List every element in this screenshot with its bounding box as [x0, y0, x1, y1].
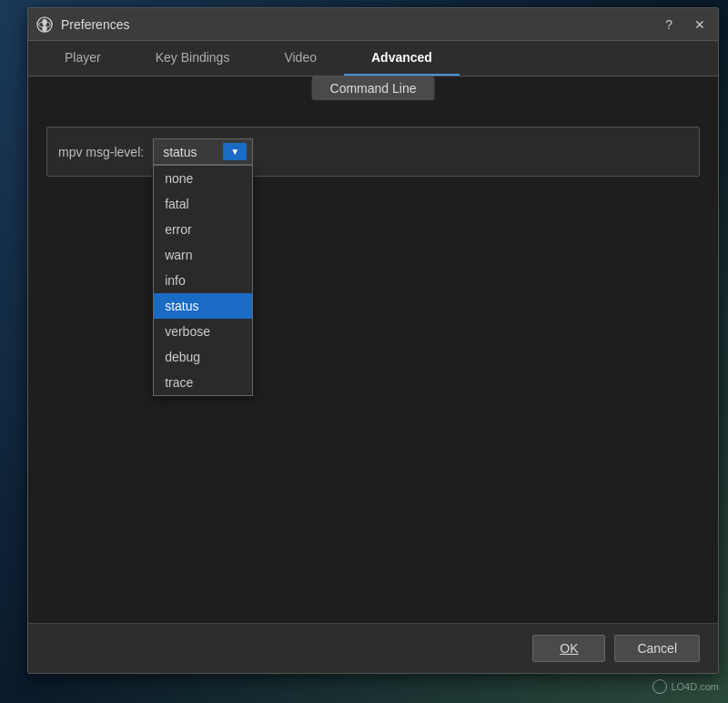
dropdown-arrow-icon: ▼	[223, 143, 247, 160]
watermark: LO4D.com	[652, 679, 719, 694]
dropdown-item-warn[interactable]: warn	[154, 242, 252, 268]
dropdown-item-trace[interactable]: trace	[154, 370, 252, 395]
dropdown-item-fatal[interactable]: fatal	[154, 191, 252, 217]
dialog-title: Preferences	[61, 17, 660, 32]
dropdown-selected-value: status	[163, 145, 217, 159]
cancel-button[interactable]: Cancel	[614, 635, 700, 662]
dropdown-item-status[interactable]: status	[154, 293, 252, 319]
msg-level-label: mpv msg-level:	[58, 145, 144, 159]
dialog-footer: OK Cancel	[28, 623, 718, 673]
tab-advanced[interactable]: Advanced	[344, 41, 460, 76]
tab-video[interactable]: Video	[257, 41, 344, 76]
content-area: Command Line mpv msg-level: status ▼ non…	[28, 76, 718, 623]
globe-icon	[652, 679, 667, 694]
app-icon	[35, 15, 54, 34]
command-line-subtab[interactable]: Command Line	[312, 76, 435, 100]
dropdown-item-debug[interactable]: debug	[154, 344, 252, 370]
msg-level-dropdown[interactable]: status ▼ none fatal error	[153, 138, 253, 165]
ok-button[interactable]: OK	[532, 635, 605, 662]
tab-player[interactable]: Player	[37, 41, 128, 76]
help-button[interactable]: ?	[660, 15, 678, 34]
tab-keybindings[interactable]: Key Bindings	[128, 41, 258, 76]
preferences-dialog: Preferences ? ✕ Player Key Bindings Vide…	[27, 7, 719, 674]
dropdown-item-error[interactable]: error	[154, 217, 252, 242]
tab-bar: Player Key Bindings Video Advanced	[28, 41, 718, 76]
dropdown-list: none fatal error warn info	[153, 165, 253, 396]
dropdown-button[interactable]: status ▼	[153, 138, 253, 165]
dropdown-item-verbose[interactable]: verbose	[154, 319, 252, 344]
msg-level-row: mpv msg-level: status ▼ none fatal	[58, 138, 688, 165]
title-bar: Preferences ? ✕	[28, 8, 718, 41]
dropdown-item-none[interactable]: none	[154, 166, 252, 191]
dropdown-item-info[interactable]: info	[154, 268, 252, 293]
close-button[interactable]: ✕	[689, 15, 711, 34]
field-section: mpv msg-level: status ▼ none fatal	[46, 127, 700, 177]
